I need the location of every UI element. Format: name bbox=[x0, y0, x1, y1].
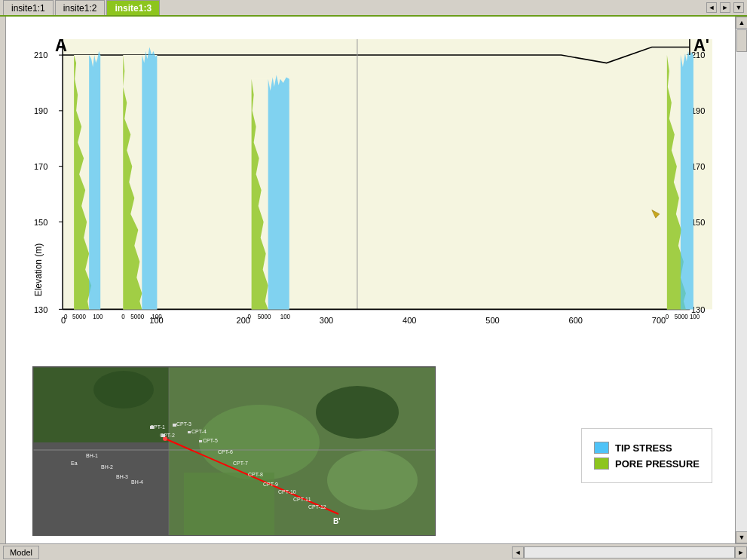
tab-next-button[interactable]: ► bbox=[720, 2, 730, 13]
svg-text:0: 0 bbox=[666, 314, 669, 320]
svg-text:CPT-6: CPT-6 bbox=[218, 449, 233, 454]
tab-insite1-2[interactable]: insite1:2 bbox=[55, 0, 106, 15]
svg-marker-55 bbox=[681, 51, 693, 310]
svg-text:5000: 5000 bbox=[258, 314, 271, 320]
svg-rect-66 bbox=[184, 473, 274, 536]
svg-marker-37 bbox=[89, 51, 100, 310]
model-tab[interactable]: Model bbox=[3, 546, 39, 559]
svg-text:BH-4: BH-4 bbox=[131, 479, 143, 485]
svg-text:A': A' bbox=[693, 39, 709, 55]
svg-text:CPT-3: CPT-3 bbox=[176, 421, 191, 427]
tip-stress-label: TIP STRESS bbox=[615, 442, 672, 454]
svg-text:CPT-8: CPT-8 bbox=[248, 472, 263, 477]
scroll-right-button[interactable]: ► bbox=[735, 546, 747, 558]
svg-marker-49 bbox=[268, 75, 289, 309]
legend-pore-pressure: PORE PRESSURE bbox=[594, 457, 700, 470]
svg-text:170: 170 bbox=[34, 162, 47, 171]
tab-controls: ◄ ► ▼ bbox=[706, 2, 744, 13]
svg-text:CPT-12: CPT-12 bbox=[308, 504, 326, 510]
tab-menu-button[interactable]: ▼ bbox=[733, 2, 744, 13]
svg-marker-43 bbox=[142, 47, 157, 310]
svg-text:300: 300 bbox=[320, 316, 333, 325]
svg-text:700: 700 bbox=[652, 316, 666, 325]
scroll-thumb[interactable] bbox=[736, 29, 747, 52]
svg-text:CPT-7: CPT-7 bbox=[233, 461, 248, 466]
svg-text:0: 0 bbox=[64, 314, 68, 320]
svg-point-68 bbox=[93, 371, 154, 409]
chart-area: Elevation (m) 210 210 bbox=[6, 17, 735, 543]
status-bar: Model ◄ ► bbox=[0, 543, 747, 560]
svg-text:190: 190 bbox=[34, 106, 47, 115]
svg-text:CPT-11: CPT-11 bbox=[293, 497, 311, 502]
svg-rect-95 bbox=[199, 440, 202, 442]
svg-point-65 bbox=[327, 450, 418, 510]
map-container: B' CPT-1 CPT-2 CPT-3 CPT-4 CPT-5 CPT-6 C… bbox=[32, 366, 436, 536]
svg-text:0: 0 bbox=[121, 314, 125, 320]
pore-pressure-color-box bbox=[594, 457, 609, 470]
svg-text:150: 150 bbox=[34, 217, 47, 226]
scroll-up-button[interactable]: ▲ bbox=[736, 17, 747, 29]
svg-text:CPT-10: CPT-10 bbox=[278, 489, 296, 494]
svg-rect-94 bbox=[188, 431, 191, 433]
scroll-down-button[interactable]: ▼ bbox=[736, 531, 747, 543]
svg-rect-61 bbox=[33, 442, 169, 536]
svg-text:BH-3: BH-3 bbox=[116, 474, 128, 479]
scroll-track[interactable] bbox=[736, 29, 747, 531]
svg-text:5000: 5000 bbox=[72, 314, 86, 320]
main-area: Elevation (m) 210 210 bbox=[0, 17, 747, 543]
h-scroll-track[interactable] bbox=[524, 546, 735, 558]
svg-text:CPT-9: CPT-9 bbox=[263, 482, 278, 487]
tip-stress-color-box bbox=[594, 442, 609, 454]
svg-text:B': B' bbox=[333, 517, 341, 525]
legend-tip-stress: TIP STRESS bbox=[594, 442, 700, 454]
svg-text:600: 600 bbox=[569, 316, 583, 325]
left-scrollbar[interactable] bbox=[0, 17, 6, 543]
svg-text:BH-1: BH-1 bbox=[86, 453, 98, 458]
horizontal-scrollbar[interactable]: ◄ ► bbox=[512, 546, 747, 558]
svg-text:5000: 5000 bbox=[130, 314, 144, 320]
svg-text:100: 100 bbox=[93, 314, 103, 320]
svg-text:100: 100 bbox=[280, 314, 291, 320]
tab-insite1-3[interactable]: insite1:3 bbox=[106, 0, 160, 15]
tab-insite1-1[interactable]: insite1:1 bbox=[3, 0, 54, 15]
svg-text:CPT-5: CPT-5 bbox=[203, 438, 218, 443]
svg-text:BH-2: BH-2 bbox=[101, 464, 113, 470]
tab-bar: insite1:1 insite1:2 insite1:3 ◄ ► ▼ bbox=[0, 0, 747, 17]
svg-text:CPT-4: CPT-4 bbox=[191, 429, 207, 434]
map-svg: B' CPT-1 CPT-2 CPT-3 CPT-4 CPT-5 CPT-6 C… bbox=[33, 367, 436, 536]
svg-text:100: 100 bbox=[690, 314, 700, 320]
svg-text:0: 0 bbox=[248, 314, 252, 320]
pore-pressure-label: PORE PRESSURE bbox=[615, 458, 700, 470]
svg-text:Ea: Ea bbox=[71, 461, 78, 466]
svg-text:500: 500 bbox=[485, 316, 499, 325]
legend: TIP STRESS PORE PRESSURE bbox=[581, 428, 712, 483]
svg-text:210: 210 bbox=[34, 50, 47, 60]
svg-text:A: A bbox=[55, 39, 67, 55]
svg-rect-0 bbox=[63, 39, 712, 309]
svg-rect-92 bbox=[161, 434, 165, 437]
tab-prev-button[interactable]: ◄ bbox=[706, 2, 717, 13]
right-scrollbar[interactable]: ▲ ▼ bbox=[735, 17, 747, 543]
svg-text:5000: 5000 bbox=[675, 314, 688, 320]
svg-text:100: 100 bbox=[152, 314, 162, 320]
svg-text:130: 130 bbox=[34, 304, 47, 314]
svg-text:400: 400 bbox=[403, 316, 416, 325]
svg-rect-91 bbox=[150, 426, 154, 429]
scroll-left-button[interactable]: ◄ bbox=[512, 546, 524, 558]
cross-section-svg: 210 210 190 190 170 170 150 150 130 bbox=[32, 39, 720, 333]
svg-rect-93 bbox=[173, 424, 176, 427]
svg-point-67 bbox=[316, 386, 399, 439]
